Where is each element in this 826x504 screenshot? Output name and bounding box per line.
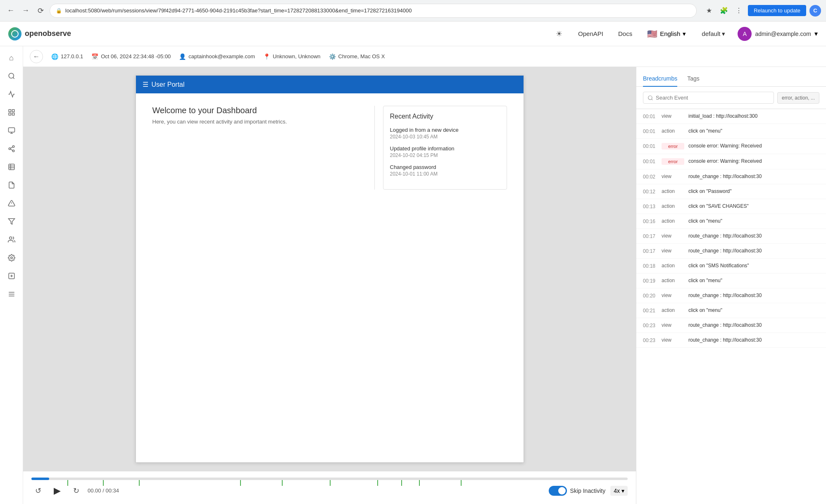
browser-menu-button[interactable]: ⋮ — [733, 5, 745, 17]
webpage-content: Welcome to your Dashboard Here, you can … — [136, 93, 524, 202]
sidebar-item-search[interactable] — [3, 68, 20, 84]
sidebar-item-logs[interactable] — [3, 177, 20, 193]
panel-search-bar: error, action, ... — [636, 87, 826, 109]
sidebar-item-monitor[interactable] — [3, 122, 20, 139]
event-type-badge: action — [662, 128, 684, 134]
sidebar-item-menu-list[interactable] — [3, 286, 20, 302]
event-list-item[interactable]: 00:12actionclick on "Password" — [636, 184, 826, 199]
event-description: click on "SMS Notifications" — [688, 263, 819, 269]
app-container: openobserve ☀ OpenAPI Docs 🇺🇸 English ▾ … — [0, 21, 826, 504]
event-list-item[interactable]: 00:17viewroute_change : http://localhost… — [636, 229, 826, 244]
activity-section: Recent Activity Logged in from a new dev… — [383, 106, 507, 190]
timeline-bar[interactable] — [31, 478, 628, 480]
us-flag-icon: 🇺🇸 — [647, 29, 657, 39]
sidebar-item-share[interactable] — [3, 140, 20, 157]
svg-point-0 — [9, 73, 14, 78]
panel-tabs: Breadcrumbs Tags — [636, 67, 826, 87]
event-list-item[interactable]: 00:01errorconsole error: Warning: Receiv… — [636, 139, 826, 154]
session-browser: Chrome, Mac OS X — [338, 53, 385, 59]
bookmark-button[interactable]: ★ — [703, 5, 715, 17]
location-info: 📍 Unknown, Unknown — [263, 53, 321, 60]
theme-toggle-button[interactable]: ☀ — [552, 26, 567, 41]
sidebar-item-settings[interactable] — [3, 250, 20, 266]
event-description: route_change : http://localhost:30 — [688, 248, 819, 254]
logo-text: openobserve — [25, 29, 71, 38]
event-list-item[interactable]: 00:01actionclick on "menu" — [636, 124, 826, 139]
svg-point-22 — [10, 257, 12, 259]
user-email: admin@example.com — [755, 31, 811, 37]
svg-line-13 — [10, 147, 12, 148]
sidebar-item-filter[interactable] — [3, 213, 20, 230]
event-list-item[interactable]: 00:19actionclick on "menu" — [636, 273, 826, 288]
event-list-item[interactable]: 00:20viewroute_change : http://localhost… — [636, 288, 826, 303]
sidebar-item-plugin[interactable] — [3, 268, 20, 284]
docs-link[interactable]: Docs — [615, 29, 636, 39]
tag-filter[interactable]: error, action, ... — [777, 92, 819, 104]
event-time: 00:16 — [643, 219, 657, 224]
event-list-item[interactable]: 00:23viewroute_change : http://localhost… — [636, 333, 826, 348]
session-back-button[interactable]: ← — [30, 50, 43, 63]
event-type-badge: view — [662, 337, 684, 343]
language-selector[interactable]: 🇺🇸 English ▾ — [644, 27, 689, 40]
speed-selector[interactable]: 4x ▾ — [610, 486, 628, 496]
relaunch-button[interactable]: Relaunch to update — [748, 5, 806, 16]
browser-chrome: ← → ⟳ 🔒 localhost:5080/web/rum/sessions/… — [0, 0, 826, 21]
activity-date-2: 2024-10-02 04:15 PM — [390, 152, 500, 158]
event-list-item[interactable]: 00:17viewroute_change : http://localhost… — [636, 244, 826, 259]
sidebar-item-iam[interactable] — [3, 231, 20, 248]
timeline-tick-5 — [282, 480, 283, 486]
event-list-item[interactable]: 00:23viewroute_change : http://localhost… — [636, 318, 826, 333]
search-event-input[interactable] — [656, 95, 769, 101]
timeline-tick-6 — [330, 480, 331, 486]
event-type-badge: action — [662, 263, 684, 269]
svg-rect-2 — [9, 109, 11, 112]
back-browser-button[interactable]: ← — [5, 5, 17, 17]
activity-date-3: 2024-10-01 11:00 AM — [390, 171, 500, 177]
skip-inactivity-toggle[interactable] — [549, 486, 567, 496]
replay-screen: ☰ User Portal Welcome to your Dashboard … — [23, 67, 636, 471]
search-icon — [647, 95, 653, 101]
tab-breadcrumbs[interactable]: Breadcrumbs — [643, 71, 677, 87]
org-label: default — [702, 30, 720, 37]
event-description: click on "SAVE CHANGES" — [688, 203, 819, 209]
org-selector[interactable]: default ▾ — [697, 29, 729, 39]
replay-container: ← 🌐 127.0.0.1 📅 Oct 06, 2024 22:34:48 -0… — [23, 46, 826, 504]
event-list-item[interactable]: 00:18actionclick on "SMS Notifications" — [636, 259, 826, 273]
sidebar-item-alerts[interactable] — [3, 195, 20, 212]
session-location: Unknown, Unknown — [273, 53, 321, 59]
event-time: 00:02 — [643, 174, 657, 180]
refresh-browser-button[interactable]: ⟳ — [35, 5, 46, 17]
tab-tags[interactable]: Tags — [687, 71, 700, 87]
play-pause-button[interactable]: ▶ — [50, 483, 64, 498]
event-time: 00:23 — [643, 338, 657, 343]
time-display: 00.00 / 00:34 — [88, 487, 119, 494]
event-list-item[interactable]: 00:02viewroute_change : http://localhost… — [636, 169, 826, 184]
activity-item-2: Updated profile information 2024-10-02 0… — [390, 145, 500, 158]
event-list-item[interactable]: 00:16actionclick on "menu" — [636, 214, 826, 229]
event-time: 00:01 — [643, 128, 657, 134]
logo[interactable]: openobserve — [8, 27, 71, 40]
welcome-subtitle: Here, you can view recent activity and i… — [152, 119, 362, 125]
settings-icon: ⚙️ — [329, 53, 336, 60]
openapi-link[interactable]: OpenAPI — [575, 29, 607, 39]
event-type-badge: error — [662, 158, 684, 165]
org-chevron-icon: ▾ — [722, 30, 725, 38]
sidebar-item-home[interactable]: ⌂ — [3, 50, 20, 66]
logo-icon — [8, 27, 21, 40]
event-list-item[interactable]: 00:01viewinitial_load : http://localhost… — [636, 109, 826, 124]
forward-browser-button[interactable]: → — [20, 5, 31, 17]
browser-profile-avatar[interactable]: C — [809, 5, 821, 17]
event-list-item[interactable]: 00:21actionclick on "menu" — [636, 303, 826, 318]
user-menu[interactable]: A admin@example.com ▾ — [738, 27, 818, 41]
replay-back-button[interactable]: ↺ — [31, 484, 45, 497]
sidebar-item-analytics[interactable] — [3, 159, 20, 175]
extensions-button[interactable]: 🧩 — [718, 5, 730, 17]
sidebar-item-dashboard[interactable] — [3, 104, 20, 121]
sidebar-item-metrics[interactable] — [3, 86, 20, 102]
event-list-item[interactable]: 00:01errorconsole error: Warning: Receiv… — [636, 154, 826, 169]
event-time: 00:17 — [643, 233, 657, 239]
session-user: captainhook@example.com — [188, 53, 255, 59]
url-bar[interactable]: 🔒 localhost:5080/web/rum/sessions/view/7… — [50, 4, 697, 18]
replay-forward-button[interactable]: ↻ — [69, 484, 83, 497]
event-list-item[interactable]: 00:13actionclick on "SAVE CHANGES" — [636, 199, 826, 214]
